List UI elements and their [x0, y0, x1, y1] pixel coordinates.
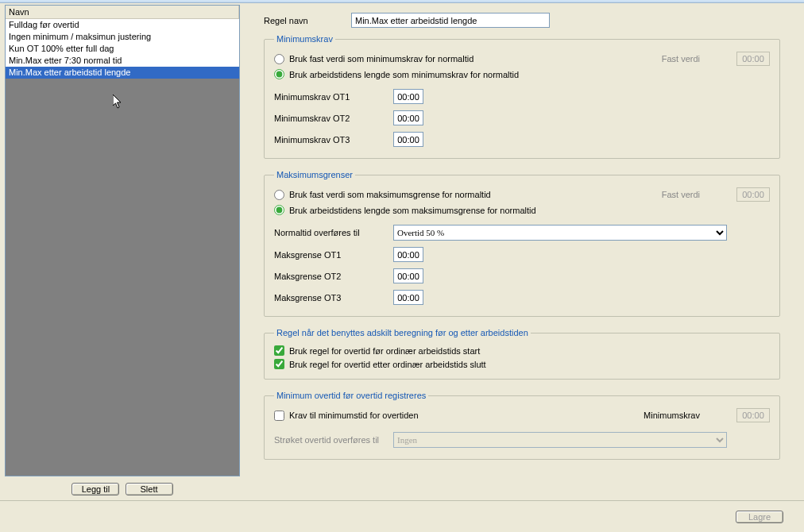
min-fast-label: Fast verdi: [662, 54, 732, 64]
min-fast-value: 00:00: [736, 52, 770, 66]
min-ot1-input[interactable]: [393, 89, 423, 104]
minot-chk[interactable]: [274, 411, 284, 421]
min-radio-fixed[interactable]: [274, 54, 284, 64]
max-normal-select[interactable]: Overtid 50 %: [393, 225, 727, 241]
list-item[interactable]: Ingen minimum / maksimun justering: [6, 31, 239, 43]
min-radio-fixed-label: Bruk fast verdi som minimumskrav for nor…: [289, 54, 474, 64]
max-fieldset: Maksimumsgrenser Bruk fast verdi som mak…: [264, 170, 780, 317]
minot-transfer-select: Ingen: [393, 432, 727, 448]
minot-chk-label: Krav til minimumstid for overtiden: [289, 411, 419, 420]
min-ot3-label: Minimumskrav OT3: [274, 135, 393, 145]
add-button[interactable]: Legg til: [72, 483, 119, 495]
split-legend: Regel når det benyttes adskilt beregning…: [274, 328, 531, 337]
max-ot3-input[interactable]: [393, 290, 423, 305]
split-fieldset: Regel når det benyttes adskilt beregning…: [264, 328, 780, 380]
max-fast-value: 00:00: [736, 187, 770, 202]
save-button: Lagre: [736, 511, 783, 523]
list-header: Navn: [6, 6, 239, 19]
min-ot2-input[interactable]: [393, 110, 423, 125]
max-ot1-label: Maksgrense OT1: [274, 250, 393, 260]
minot-fieldset: Minimum overtid før overtid registreres …: [264, 391, 780, 460]
split-chk-after[interactable]: [274, 359, 284, 369]
rule-name-input[interactable]: [351, 13, 550, 28]
max-ot2-input[interactable]: [393, 268, 423, 283]
list-item[interactable]: Kun OT 100% etter full dag: [6, 43, 239, 55]
min-legend: Minimumskrav: [274, 34, 335, 44]
max-ot3-label: Maksgrense OT3: [274, 293, 393, 303]
max-ot1-input[interactable]: [393, 247, 423, 262]
max-radio-length[interactable]: [274, 205, 284, 215]
min-ot3-input[interactable]: [393, 132, 423, 147]
delete-button[interactable]: Slett: [126, 483, 173, 495]
minot-min-label: Minimumskrav: [644, 411, 732, 420]
split-chk-after-label: Bruk regel for overtid etter ordinær arb…: [289, 360, 486, 369]
max-ot2-label: Maksgrense OT2: [274, 272, 393, 281]
max-normal-label: Normaltid overføres til: [274, 228, 393, 237]
max-fast-label: Fast verdi: [662, 190, 732, 199]
list-item[interactable]: Fulldag før overtid: [6, 19, 239, 31]
max-legend: Maksimumsgrenser: [274, 170, 355, 179]
rule-list[interactable]: Navn Fulldag før overtid Ingen minimum /…: [5, 5, 240, 476]
list-item[interactable]: Min.Max etter arbeidstid lengde: [6, 67, 239, 79]
split-chk-before-label: Bruk regel for overtid før ordinær arbei…: [289, 346, 480, 356]
min-ot1-label: Minimumskrav OT1: [274, 92, 393, 102]
max-radio-length-label: Bruk arbeidstidens lengde som maksimumsg…: [289, 206, 536, 215]
minot-transfer-label: Strøket overtid overføres til: [274, 435, 393, 445]
max-radio-fixed-label: Bruk fast verdi som maksimumsgrense for …: [289, 190, 491, 199]
min-radio-length-label: Bruk arbeidstidens lengde som minimumskr…: [289, 70, 519, 79]
minot-legend: Minimum overtid før overtid registreres: [274, 391, 428, 400]
min-radio-length[interactable]: [274, 69, 284, 79]
list-item[interactable]: Min.Max etter 7:30 normal tid: [6, 55, 239, 67]
rule-name-label: Regel navn: [264, 16, 351, 25]
min-fieldset: Minimumskrav Bruk fast verdi som minimum…: [264, 34, 780, 159]
min-ot2-label: Minimumskrav OT2: [274, 114, 393, 123]
split-chk-before[interactable]: [274, 345, 284, 356]
max-radio-fixed[interactable]: [274, 190, 284, 200]
minot-min-value: 00:00: [736, 408, 770, 422]
